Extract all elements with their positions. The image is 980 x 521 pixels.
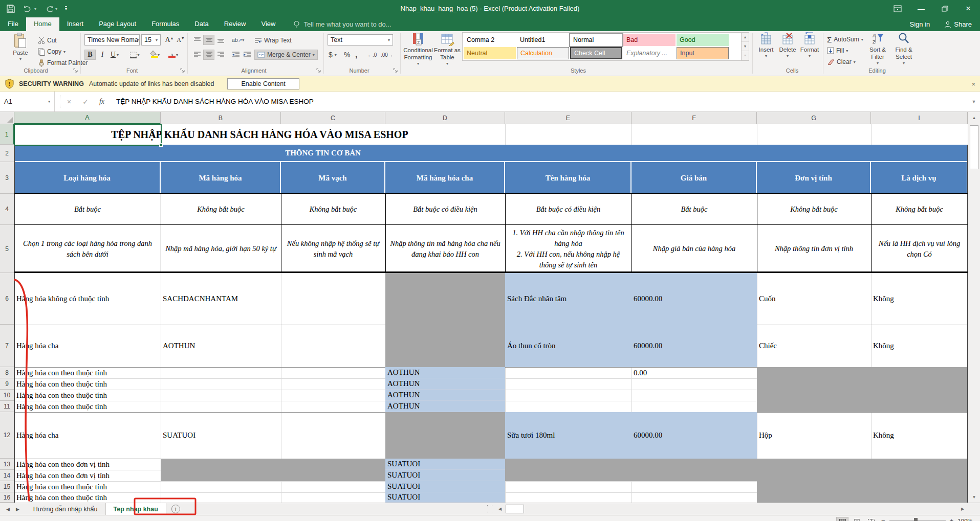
format-cells-button[interactable]: Format▾ xyxy=(798,32,821,58)
share-button[interactable]: Share xyxy=(944,20,972,28)
cell-B12[interactable]: SUATUOI xyxy=(161,412,281,459)
cell-G3[interactable]: Đơn vị tính xyxy=(757,162,871,194)
cell-A10[interactable]: Hàng hóa con theo thuộc tính xyxy=(14,390,161,401)
grow-font-button[interactable]: A▲ xyxy=(164,35,175,45)
zoom-level[interactable]: 100% xyxy=(957,518,972,521)
cell-G8[interactable] xyxy=(757,367,968,412)
cell-D7[interactable] xyxy=(385,325,505,367)
decrease-indent-button[interactable] xyxy=(230,50,242,60)
borders-button[interactable]: ▾ xyxy=(127,50,142,60)
cell-A16[interactable]: Hàng hóa con theo thuộc tính xyxy=(14,492,161,503)
cell-G4[interactable]: Không bắt buộc xyxy=(757,194,871,225)
comma-style-button[interactable]: , xyxy=(355,50,357,60)
cell-A15[interactable]: Hàng hóa con theo thuộc tính xyxy=(14,481,161,492)
column-header-I[interactable]: I xyxy=(871,112,968,124)
row-header-1[interactable]: 1 xyxy=(0,124,14,145)
scroll-up-icon[interactable]: ▲ xyxy=(968,112,980,123)
cell-A2[interactable]: THÔNG TIN CƠ BẢN xyxy=(14,145,968,162)
tell-me-box[interactable]: Tell me what you want to do... xyxy=(293,17,391,31)
row-header-5[interactable]: 5 xyxy=(0,225,14,273)
cell-G6[interactable]: Cuốn xyxy=(757,273,871,325)
row-header-4[interactable]: 4 xyxy=(0,194,14,225)
paste-button[interactable]: Paste▾ xyxy=(7,32,34,61)
row-header-15[interactable]: 15 xyxy=(0,481,14,492)
column-header-A[interactable]: A xyxy=(14,112,161,124)
cell-A13[interactable]: Hàng hóa con theo đơn vị tính xyxy=(14,459,161,470)
wrap-text-button[interactable]: Wrap Text xyxy=(254,35,292,46)
cell-F7[interactable]: 60000.00 xyxy=(631,325,757,367)
cell-I5[interactable]: Nếu là HH dịch vụ vui lòng chọn Có xyxy=(871,225,968,273)
expand-formula-bar-icon[interactable]: ▼ xyxy=(968,92,980,112)
column-header-B[interactable]: B xyxy=(161,112,281,124)
sheet-tab-tep-nhap-khau[interactable]: Tep nhap khau xyxy=(106,503,166,515)
align-top-button[interactable] xyxy=(191,35,203,45)
scroll-down-icon[interactable]: ▼ xyxy=(968,491,980,503)
fill-color-button[interactable]: ▾ xyxy=(146,50,163,60)
cancel-icon[interactable]: × xyxy=(61,98,77,106)
normal-view-button[interactable] xyxy=(836,517,848,521)
italic-button[interactable]: I xyxy=(97,50,108,60)
horizontal-scrollbar[interactable]: ◀ ▶ xyxy=(487,503,967,515)
conditional-formatting-button[interactable]: ≠ Conditional Formatting▾ xyxy=(403,32,433,66)
copy-button[interactable]: Copy▾ xyxy=(38,47,66,57)
security-bar-close-icon[interactable]: × xyxy=(971,76,975,92)
cell-D12[interactable] xyxy=(385,412,505,459)
cell-A12[interactable]: Hàng hóa cha xyxy=(14,412,161,459)
increase-indent-button[interactable] xyxy=(242,50,253,60)
style-chip-comma-2[interactable]: Comma 2 xyxy=(464,34,516,46)
column-header-F[interactable]: F xyxy=(631,112,757,124)
style-chip-untitled1[interactable]: Untitled1 xyxy=(517,34,569,46)
select-all-corner[interactable] xyxy=(0,112,14,124)
formula-input[interactable]: TỆP NHẬP KHẨU DANH SÁCH HÀNG HÓA VÀO MIS… xyxy=(116,98,314,105)
page-break-view-button[interactable] xyxy=(865,517,877,521)
cell-I7[interactable]: Không xyxy=(871,325,968,367)
tab-formulas[interactable]: Formulas xyxy=(144,17,187,31)
column-header-G[interactable]: G xyxy=(757,112,871,124)
shrink-font-button[interactable]: A▼ xyxy=(175,35,186,45)
cell-F12[interactable]: 60000.00 xyxy=(631,412,757,459)
row-header-9[interactable]: 9 xyxy=(0,378,14,390)
font-size-box[interactable]: 15▾ xyxy=(141,34,161,46)
align-bottom-button[interactable] xyxy=(215,35,226,45)
styles-gallery-scroll[interactable]: ▲▼≡ xyxy=(742,32,749,61)
style-chip-explanatory-[interactable]: Explanatory ... xyxy=(623,47,676,59)
horizontal-scroll-thumb[interactable] xyxy=(506,505,524,513)
column-header-C[interactable]: C xyxy=(281,112,385,124)
cell-A5[interactable]: Chọn 1 trong các loại hàng hóa trong dan… xyxy=(14,225,161,273)
row-header-7[interactable]: 7 xyxy=(0,325,14,367)
enable-content-button[interactable]: Enable Content xyxy=(227,78,299,89)
align-center-button[interactable] xyxy=(203,50,214,60)
font-color-button[interactable]: A▾ xyxy=(165,50,181,60)
style-chip-input[interactable]: Input xyxy=(677,47,729,59)
tab-split-handle[interactable] xyxy=(487,505,492,512)
cell-I4[interactable]: Không bắt buộc xyxy=(871,194,968,225)
underline-button[interactable]: U▾ xyxy=(109,50,120,60)
row-header-11[interactable]: 11 xyxy=(0,401,14,412)
cell-A6[interactable]: Hàng hóa không có thuộc tính xyxy=(14,273,161,325)
zoom-in-icon[interactable]: + xyxy=(950,517,954,521)
cell-C5[interactable]: Nếu không nhập hệ thống sẽ tự sinh mã vạ… xyxy=(281,225,385,273)
column-header-D[interactable]: D xyxy=(385,112,505,124)
vertical-scroll-thumb[interactable] xyxy=(970,125,978,169)
accounting-format-button[interactable]: $▾ xyxy=(329,50,337,60)
row-header-3[interactable]: 3 xyxy=(0,162,14,194)
row-header-8[interactable]: 8 xyxy=(0,367,14,378)
cell-G7[interactable]: Chiếc xyxy=(757,325,871,367)
sheet-prev-icon[interactable]: ◀ xyxy=(6,507,10,512)
enter-icon[interactable]: ✓ xyxy=(77,98,94,106)
clear-button[interactable]: Clear▾ xyxy=(827,57,856,67)
cell-F3[interactable]: Giá bán xyxy=(631,162,757,194)
tab-view[interactable]: View xyxy=(253,17,283,31)
row-header-2[interactable]: 2 xyxy=(0,145,14,162)
cell-B13[interactable] xyxy=(161,459,385,481)
tab-insert[interactable]: Insert xyxy=(59,17,92,31)
cell-D9[interactable]: AOTHUN xyxy=(385,378,505,390)
cell-C4[interactable]: Không bắt buộc xyxy=(281,194,385,225)
vertical-scrollbar[interactable]: ▲ ▼ xyxy=(968,112,980,503)
cell-F4[interactable]: Bắt buộc xyxy=(631,194,757,225)
cell-E12[interactable]: Sữa tươi 180ml xyxy=(505,412,631,459)
clipboard-dialog-launcher-icon[interactable] xyxy=(73,68,79,74)
cell-E4[interactable]: Bắt buộc có điều kiện xyxy=(505,194,631,225)
cell-D15[interactable]: SUATUOI xyxy=(385,481,505,492)
align-right-button[interactable] xyxy=(215,50,226,60)
